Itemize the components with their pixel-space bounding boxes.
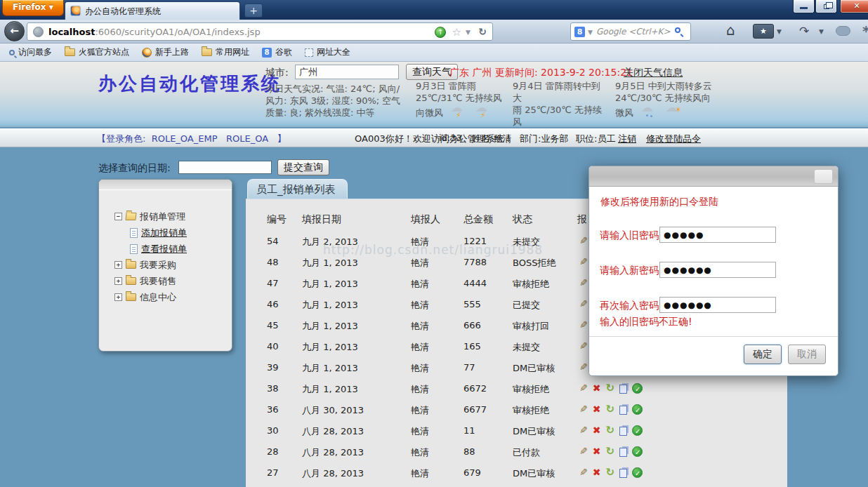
firefox-menu-button[interactable]: Firefox ▼ [2,0,64,16]
submit-query-button[interactable]: 提交查询 [277,159,329,175]
sidebar-item-info-center[interactable]: + 信息中心 [114,289,232,305]
forecast-line: 9月3日 雷阵雨 [416,80,508,92]
copy-icon[interactable] [619,448,627,457]
cell-status: 未提交 [513,341,540,354]
sidebar-item-purchase[interactable]: + 我要采购 [114,257,232,273]
approve-icon[interactable] [632,446,643,457]
window-close-button[interactable]: ✕ [840,0,868,13]
cell-person: 艳清 [411,404,429,417]
back-button[interactable]: ← [4,21,25,41]
copy-icon[interactable] [619,406,627,415]
bookmarks-dropdown-icon[interactable]: ▼ [777,28,782,35]
feedback-bubble-icon[interactable] [836,26,850,36]
change-password-link[interactable]: 修改登陆品令 [646,133,701,145]
edit-icon[interactable]: ✎ [579,298,588,309]
url-path: :6060/scurityOA1/oA/OA1/indexs.jsp [95,27,260,37]
reload-icon[interactable]: ↻ [478,26,487,37]
bookmark-item-site-directory[interactable]: 网址大全 [298,44,357,61]
edit-icon[interactable]: ✎ [579,340,588,352]
delete-icon[interactable]: ✖ [593,403,601,415]
search-icon[interactable] [675,27,680,33]
tab-expense-list[interactable]: 员工_报销单列表 [247,179,348,199]
expand-icon[interactable]: + [114,261,122,269]
login-status-bar: 【登录角色: ROLE_OA_EMP ROLE_OA 】 OA003你好！欢迎访… [0,128,868,147]
submit-icon[interactable]: ↻ [605,382,614,394]
go-arrow-icon[interactable]: ↑ [435,27,446,38]
url-bar[interactable]: localhost:6060/scurityOA1/oA/OA1/indexs.… [27,22,493,41]
table-row[interactable]: 36 八月 30, 2013 艳清 6677 审核拒绝 ✎ ✖ ↻ [246,400,787,421]
sidebar-item-expense-mgmt[interactable]: − 报销单管理 [114,208,232,225]
bookmark-item-getting-started[interactable]: 新手上路 [136,44,195,61]
edit-icon[interactable]: ✎ [579,403,588,415]
sidebar-item-view-expense[interactable]: 查看报销单 [114,241,232,257]
browser-tab[interactable]: 办公自动化管理系统 [65,1,240,20]
old-password-field[interactable] [659,227,776,243]
bookmark-item-firefox-official[interactable]: 火狐官方站点 [58,44,136,61]
edit-icon[interactable]: ✎ [579,382,588,394]
approve-icon[interactable] [632,383,643,394]
expand-icon[interactable]: + [114,277,122,285]
edit-icon[interactable]: ✎ [579,425,588,436]
bookmark-item-common-sites[interactable]: 常用网址 [195,44,256,61]
bookmark-item-google[interactable]: 8谷歌 [256,44,298,61]
sync-dropdown-icon[interactable]: ▼ [819,28,824,35]
approve-icon[interactable] [632,404,643,415]
sidebar-item-add-expense[interactable]: 添加报销单 [114,225,232,241]
search-bar[interactable]: 8 ▼ Google <Ctrl+K> [570,22,691,41]
bookmark-item-most-visited[interactable]: 访问最多 [3,44,58,61]
cell-date: 八月 28, 2013 [302,425,364,438]
expand-icon[interactable]: + [114,293,122,301]
sidebar-item-sales[interactable]: + 我要销售 [114,273,232,289]
confirm-button[interactable]: 确定 [744,345,782,364]
delete-icon[interactable]: ✖ [593,382,601,394]
logout-link[interactable]: 注销 [618,133,636,145]
url-dropdown-icon[interactable]: ▼ [466,29,471,36]
cancel-button[interactable]: 取消 [788,345,826,364]
edit-icon[interactable]: ✎ [579,446,588,457]
submit-icon[interactable]: ↻ [605,446,614,457]
delete-icon[interactable]: ✖ [593,425,601,436]
google-logo-icon[interactable]: 8 [574,27,585,37]
column-header-status: 状态 [513,213,532,226]
delete-icon[interactable]: ✖ [593,446,601,457]
bookmark-star-icon[interactable]: ☆ [452,26,461,39]
edit-icon[interactable]: ✎ [579,361,588,373]
home-icon[interactable]: ⌂ [726,22,735,39]
edit-icon[interactable]: ✎ [579,256,588,267]
dialog-titlebar[interactable] [589,166,838,187]
addon-icon[interactable]: * [862,22,868,39]
approve-icon[interactable] [632,467,643,478]
copy-icon[interactable] [619,385,627,394]
copy-icon[interactable] [619,469,627,478]
submit-icon[interactable]: ↻ [605,403,614,415]
edit-icon[interactable]: ✎ [579,319,588,331]
edit-icon[interactable]: ✎ [579,467,588,478]
table-row[interactable]: 38 九月 1, 2013 艳清 6672 审核拒绝 ✎ ✖ ↻ [246,379,787,400]
sync-arrow-icon[interactable]: ↷ [799,24,809,38]
close-icon: ✕ [841,0,868,13]
edit-icon[interactable]: ✎ [579,277,588,288]
collapse-icon[interactable]: − [114,213,122,220]
approve-icon[interactable] [632,425,643,436]
delete-icon[interactable]: ✖ [593,467,601,478]
window-restore-button[interactable] [815,0,837,13]
date-query-input[interactable] [178,161,272,174]
search-engine-dropdown-icon[interactable]: ▼ [588,29,593,36]
bookmarks-button[interactable]: ★ [753,24,774,39]
dialog-close-button[interactable] [814,169,833,184]
cell-person: 艳清 [411,278,429,291]
table-row[interactable]: 30 八月 28, 2013 艳清 11 DM已审核 ✎ ✖ ↻ [246,421,787,442]
close-weather-link[interactable]: 关闭天气信息 [624,67,683,79]
repeat-password-field[interactable] [659,297,776,313]
table-row[interactable]: 28 八月 28, 2013 艳清 88 已付款 ✎ ✖ ↻ [246,442,787,463]
window-minimize-button[interactable] [793,0,815,13]
submit-icon[interactable]: ↻ [605,467,614,478]
copy-icon[interactable] [619,427,627,436]
city-input[interactable] [295,65,399,79]
submit-icon[interactable]: ↻ [605,425,614,436]
edit-icon[interactable]: ✎ [579,235,588,246]
new-tab-button[interactable]: + [244,4,263,18]
table-row[interactable]: 27 八月 28, 2013 艳清 679 DM已审核 ✎ ✖ ↻ [246,463,787,484]
new-password-field[interactable] [659,262,776,278]
cell-person: 艳清 [411,467,429,480]
